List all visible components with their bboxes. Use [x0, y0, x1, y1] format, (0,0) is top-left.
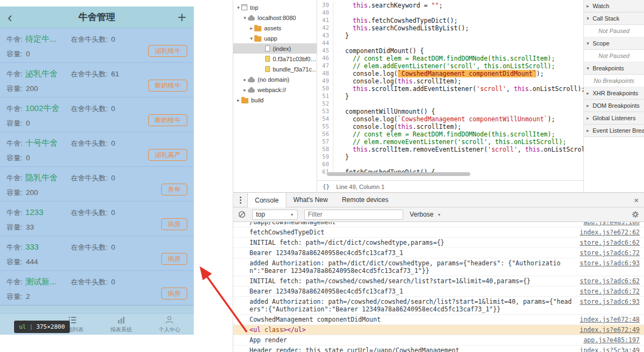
console-log-message: added Authorization: path=/cowshed/cowsh…	[249, 298, 572, 313]
console-source-link[interactable]: store.js?adc6:93	[580, 259, 640, 267]
debugger-section-header[interactable]: ▾ Call Stack	[584, 12, 644, 25]
cowshed-list-item[interactable]: 牛舍: 测试新... 在舍牛头数: 0 容量: 2 病房	[0, 271, 194, 305]
disclosure-triangle-icon[interactable]: ▸	[248, 25, 254, 31]
line-number[interactable]: 50	[317, 85, 333, 93]
disclosure-triangle-icon[interactable]: ▾	[242, 15, 248, 21]
debugger-section-header[interactable]: ▸ Event Listener Breakpoints	[584, 125, 644, 137]
log-level-selector[interactable]: Verbose ▼	[410, 211, 441, 218]
console-source-link[interactable]: index.js?e672:62	[580, 229, 640, 236]
close-icon[interactable]: ×	[629, 193, 644, 207]
console-source-link[interactable]: index.js?e672:49	[580, 326, 640, 334]
cowshed-list-item[interactable]: 牛舍: 待定牛... 在舍牛头数: 0 容量: 0 泌乳犊牛	[0, 28, 194, 63]
cowshed-list-item[interactable]: 牛舍: 隐乳牛舍 在舍牛头数: 0 容量: 200 青年	[0, 167, 194, 201]
console-source-link[interactable]: app.js?e485:197	[583, 336, 640, 344]
console-source-link[interactable]: index.js?e672:48	[580, 316, 640, 323]
debugger-section-header[interactable]: ▸ DOM Breakpoints	[584, 100, 644, 112]
horizontal-scrollbar[interactable]	[327, 172, 470, 176]
tab-report-system[interactable]: 报表系统	[97, 314, 146, 335]
file-tree-item[interactable]: ▸ webpack://	[233, 84, 317, 95]
cowshed-list-item[interactable]: 牛舍: 十号牛舍 在舍牛头数: 0 容量: 0 泌乳高产	[0, 132, 194, 167]
file-tree-item[interactable]: 0.f3a71c03bf0…	[233, 54, 317, 64]
console-source-link[interactable]: store.js?adc6:72	[580, 288, 640, 295]
file-tree-item[interactable]: (index)	[233, 43, 317, 54]
add-button[interactable]: +	[178, 10, 186, 24]
code-editor-lines[interactable]: 39 this.searchKeyword = ""; 40 41 this.f…	[317, 0, 584, 180]
tab-remote-devices[interactable]: Remote devices	[335, 193, 396, 207]
console-log-message: <ul class></ul>	[249, 326, 572, 334]
execution-context-selector[interactable]: top ▼	[252, 210, 298, 220]
file-tree-item[interactable]: ▸ assets	[233, 23, 317, 33]
file-tree-item[interactable]: ▸ build	[233, 95, 317, 105]
line-number[interactable]: 52	[317, 100, 333, 108]
disclosure-triangle-icon[interactable]: ▾	[248, 36, 254, 41]
line-number[interactable]: 49	[317, 77, 333, 85]
sources-file-tree[interactable]: ▾ top ▾ localhost:8080 ▸ assets	[233, 0, 317, 192]
cowshed-list-item[interactable]: 牛舍: 1233 在舍牛头数: 0 容量: 33 病房	[0, 201, 194, 236]
shed-name: 1002牛舍	[25, 103, 71, 114]
debugger-section-header[interactable]: ▸ XHR Breakpoints	[584, 87, 644, 100]
line-number[interactable]: 57	[317, 138, 333, 146]
line-number[interactable]: 48	[317, 70, 333, 77]
shed-label: 牛舍:	[6, 69, 23, 79]
clear-console-icon[interactable]	[238, 211, 246, 218]
line-number[interactable]: 55	[317, 123, 333, 131]
console-log-row: CowshedManagement componentDidMount inde…	[233, 315, 644, 325]
line-number[interactable]: 60	[317, 161, 333, 168]
overflow-menu-icon[interactable]	[233, 193, 247, 207]
shed-name: 泌乳牛舍	[25, 69, 71, 79]
line-number[interactable]: 43	[317, 32, 333, 40]
code-line-content: console.log(this.scrollItem);	[333, 77, 584, 85]
line-number[interactable]: 41	[317, 17, 333, 24]
console-source-link[interactable]: store.js?adc6:93	[580, 298, 640, 305]
code-editor[interactable]: 39 this.searchKeyword = ""; 40 41 this.f…	[317, 0, 584, 192]
line-number[interactable]: 42	[317, 24, 333, 32]
debugger-section-header[interactable]: ▸ Global Listeners	[584, 112, 644, 125]
console-source-link[interactable]: app.js?e485:180	[583, 222, 640, 226]
inspected-dimensions: 375×2800	[36, 323, 65, 330]
console-log-list[interactable]: /uapp/CowshedManagement app.js?e485:180 …	[233, 222, 644, 352]
console-settings[interactable]	[632, 211, 639, 218]
file-tree-item[interactable]: ▾ localhost:8080	[233, 12, 317, 23]
code-line-content: }	[333, 32, 584, 40]
file-tree-item[interactable]: ▸ (no domain)	[233, 74, 317, 84]
line-number[interactable]: 47	[317, 62, 333, 70]
line-number[interactable]: 40	[317, 9, 333, 17]
console-source-link[interactable]: store.js?adc6:62	[580, 277, 640, 285]
console-source-link[interactable]: store.js?adc6:62	[580, 239, 640, 246]
line-number[interactable]: 54	[317, 115, 333, 123]
console-source-link[interactable]: store.js?adc6:72	[580, 249, 640, 257]
tab-personal-center[interactable]: 个人中心	[146, 314, 194, 335]
file-tree-item[interactable]: ▾ uapp	[233, 33, 317, 43]
line-number[interactable]: 44	[317, 40, 333, 47]
file-tree-item[interactable]: ▾ top	[233, 2, 317, 12]
line-number[interactable]: 59	[317, 153, 333, 161]
tab-whats-new[interactable]: What's New	[286, 193, 335, 207]
debugger-section-header[interactable]: ▸ Watch	[584, 0, 644, 12]
cowshed-list[interactable]: 牛舍: 待定牛... 在舍牛头数: 0 容量: 0 泌乳犊牛 牛舍: 泌乳	[0, 28, 194, 305]
file-tree-item[interactable]: bundle_f3a71c…	[233, 64, 317, 74]
pretty-print-icon[interactable]: {}	[323, 183, 330, 190]
cowshed-list-item[interactable]: 牛舍: 1002牛舍 在舍牛头数: 0 容量: 0 断奶犊牛	[0, 97, 194, 132]
line-number[interactable]: 53	[317, 108, 333, 115]
line-number[interactable]: 46	[317, 55, 333, 62]
debugger-section-header[interactable]: ▾ Scope	[584, 37, 644, 50]
filter-input[interactable]	[304, 210, 403, 220]
disclosure-triangle-icon[interactable]: ▸	[242, 77, 248, 82]
line-number[interactable]: 56	[317, 131, 333, 138]
console-log-row: fetchCowshedTypeDict index.js?e672:62	[233, 227, 644, 238]
head-count-label: 在舍牛头数:	[71, 277, 108, 287]
disclosure-triangle-icon[interactable]: ▾	[235, 5, 241, 10]
disclosure-triangle-icon[interactable]: ▸	[242, 87, 248, 93]
debugger-section-header[interactable]: ▾ Breakpoints	[584, 62, 644, 75]
line-number[interactable]: 39	[317, 2, 333, 9]
console-source-link[interactable]: index.js?5c3a:49	[580, 347, 640, 352]
line-number[interactable]: 58	[317, 146, 333, 153]
file-tree-label: (index)	[273, 45, 291, 52]
cowshed-list-item[interactable]: 牛舍: 333 在舍牛头数: 0 容量: 444 病房	[0, 236, 194, 271]
console-log-message: Header render: this state curUrl=/uapp/C…	[249, 347, 572, 352]
line-number[interactable]: 51	[317, 93, 333, 100]
tab-console[interactable]: Console	[247, 193, 286, 207]
line-number[interactable]: 45	[317, 47, 333, 55]
cowshed-list-item[interactable]: 牛舍: 泌乳牛舍 在舍牛头数: 61 容量: 200 断奶犊牛	[0, 63, 194, 97]
disclosure-triangle-icon[interactable]: ▸	[235, 97, 241, 103]
